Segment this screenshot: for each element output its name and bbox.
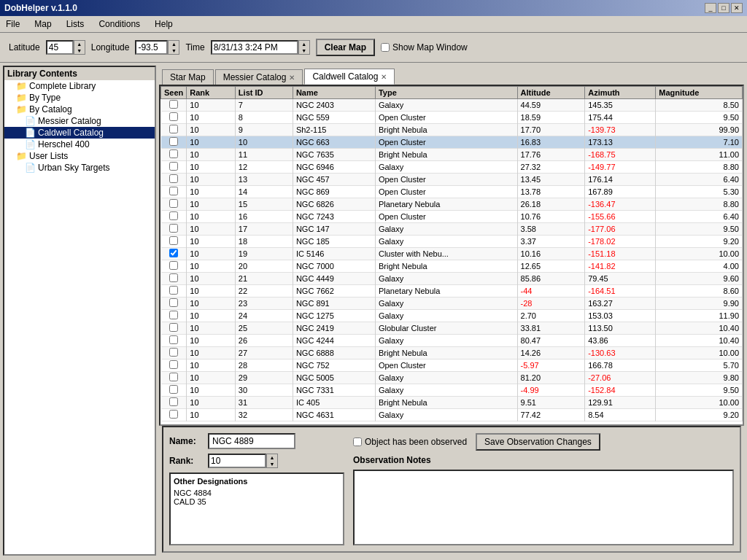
show-map-checkbox[interactable] — [381, 43, 390, 52]
table-row[interactable]: 10 22 NGC 7662 Planetary Nebula -44 -164… — [161, 285, 743, 298]
time-spinner[interactable]: ▲ ▼ — [298, 40, 310, 55]
table-row[interactable]: 10 8 NGC 559 Open Cluster 18.59 175.44 9… — [161, 112, 743, 124]
seen-checkbox[interactable] — [169, 311, 178, 319]
col-azimuth[interactable]: Azimuth — [585, 87, 656, 99]
seen-cell[interactable] — [161, 136, 187, 149]
sidebar-item-by-catalog[interactable]: 📁 By Catalog — [4, 104, 155, 115]
seen-checkbox[interactable] — [169, 385, 178, 394]
seen-checkbox[interactable] — [169, 410, 178, 419]
window-controls[interactable]: _ □ ✕ — [705, 3, 743, 13]
seen-checkbox[interactable] — [169, 199, 178, 208]
table-row[interactable]: 10 10 NGC 663 Open Cluster 16.83 173.13 … — [161, 136, 743, 149]
seen-cell[interactable] — [161, 223, 187, 236]
rank-down[interactable]: ▼ — [267, 461, 277, 467]
seen-cell[interactable] — [161, 273, 187, 285]
seen-checkbox[interactable] — [169, 125, 178, 133]
col-magnitude[interactable]: Magnitude — [656, 87, 743, 99]
seen-cell[interactable] — [161, 347, 187, 359]
seen-checkbox[interactable] — [169, 397, 178, 406]
longitude-up[interactable]: ▲ — [169, 41, 179, 47]
seen-cell[interactable] — [161, 211, 187, 223]
table-row[interactable]: 10 27 NGC 6888 Bright Nebula 14.26 -130.… — [161, 347, 743, 359]
longitude-down[interactable]: ▼ — [169, 47, 179, 54]
sidebar-item-caldwell[interactable]: 📄 Caldwell Catalog — [4, 127, 155, 139]
maximize-button[interactable]: □ — [718, 3, 729, 13]
seen-cell[interactable] — [161, 248, 187, 260]
seen-cell[interactable] — [161, 335, 187, 347]
table-container[interactable]: Seen Rank List ID Name Type Altitude Azi… — [159, 85, 744, 426]
obs-notes-textarea[interactable] — [353, 470, 734, 545]
table-row[interactable]: 10 7 NGC 2403 Galaxy 44.59 145.35 8.50 — [161, 99, 743, 112]
seen-cell[interactable] — [161, 124, 187, 136]
seen-cell[interactable] — [161, 161, 187, 174]
table-row[interactable]: 10 15 NGC 6826 Planetary Nebula 26.18 -1… — [161, 198, 743, 211]
table-row[interactable]: 10 29 NGC 5005 Galaxy 81.20 -27.06 9.80 — [161, 372, 743, 384]
observed-checkbox[interactable] — [353, 438, 362, 446]
col-name[interactable]: Name — [293, 87, 375, 99]
sidebar-item-messier[interactable]: 📄 Messier Catalog — [4, 115, 155, 127]
seen-checkbox[interactable] — [169, 224, 178, 233]
seen-checkbox[interactable] — [169, 112, 178, 121]
longitude-spinner[interactable]: ▲ ▼ — [168, 40, 179, 55]
table-row[interactable]: 10 12 NGC 6946 Galaxy 27.32 -149.77 8.80 — [161, 161, 743, 174]
seen-cell[interactable] — [161, 384, 187, 397]
table-row[interactable]: 10 18 NGC 185 Galaxy 3.37 -178.02 9.20 — [161, 236, 743, 248]
seen-checkbox[interactable] — [169, 348, 178, 357]
table-row[interactable]: 10 24 NGC 1275 Galaxy 2.70 153.03 11.90 — [161, 310, 743, 322]
seen-cell[interactable] — [161, 372, 187, 384]
tab-caldwell-close[interactable]: ✕ — [381, 73, 387, 81]
seen-checkbox[interactable] — [169, 261, 178, 270]
sidebar-item-urban-sky[interactable]: 📄 Urban Sky Targets — [4, 162, 155, 174]
seen-checkbox[interactable] — [169, 373, 178, 381]
show-map-label[interactable]: Show Map Window — [381, 42, 468, 52]
time-input-group[interactable]: ▲ ▼ — [211, 40, 310, 55]
seen-cell[interactable] — [161, 310, 187, 322]
latitude-down[interactable]: ▼ — [74, 47, 85, 54]
table-row[interactable]: 10 17 NGC 147 Galaxy 3.58 -177.06 9.50 — [161, 223, 743, 236]
tab-messier-close[interactable]: ✕ — [289, 74, 295, 82]
seen-checkbox[interactable] — [169, 323, 178, 332]
seen-checkbox[interactable] — [169, 162, 178, 171]
rank-up[interactable]: ▲ — [267, 454, 277, 461]
seen-checkbox[interactable] — [169, 137, 178, 146]
latitude-input-group[interactable]: ▲ ▼ — [46, 40, 85, 55]
seen-cell[interactable] — [161, 198, 187, 211]
seen-checkbox[interactable] — [169, 273, 178, 282]
table-row[interactable]: 10 28 NGC 752 Open Cluster -5.97 166.78 … — [161, 359, 743, 372]
observed-checkbox-label[interactable]: Object has been observed — [353, 437, 467, 447]
table-row[interactable]: 10 16 NGC 7243 Open Cluster 10.76 -155.6… — [161, 211, 743, 223]
table-row[interactable]: 10 13 NGC 457 Open Cluster 13.45 176.14 … — [161, 174, 743, 186]
table-row[interactable]: 10 25 NGC 2419 Globular Cluster 33.81 11… — [161, 322, 743, 335]
seen-cell[interactable] — [161, 186, 187, 198]
latitude-spinner[interactable]: ▲ ▼ — [74, 40, 85, 55]
table-row[interactable]: 10 21 NGC 4449 Galaxy 85.86 79.45 9.60 — [161, 273, 743, 285]
seen-cell[interactable] — [161, 112, 187, 124]
menu-map[interactable]: Map — [31, 18, 54, 31]
col-listid[interactable]: List ID — [235, 87, 293, 99]
menu-lists[interactable]: Lists — [63, 18, 88, 31]
seen-checkbox[interactable] — [169, 187, 178, 195]
table-row[interactable]: 10 11 NGC 7635 Bright Nebula 17.76 -168.… — [161, 149, 743, 161]
seen-cell[interactable] — [161, 409, 187, 421]
table-row[interactable]: 10 26 NGC 4244 Galaxy 80.47 43.86 10.40 — [161, 335, 743, 347]
seen-checkbox[interactable] — [169, 100, 178, 109]
tab-caldwell[interactable]: Caldwell Catalog ✕ — [304, 69, 395, 85]
name-input[interactable] — [208, 433, 295, 449]
menu-conditions[interactable]: Conditions — [96, 18, 143, 31]
minimize-button[interactable]: _ — [705, 3, 716, 13]
close-button[interactable]: ✕ — [731, 3, 743, 13]
seen-cell[interactable] — [161, 298, 187, 310]
tab-messier[interactable]: Messier Catalog ✕ — [215, 69, 303, 85]
sidebar-item-by-type[interactable]: 📁 By Type — [4, 92, 155, 104]
seen-cell[interactable] — [161, 174, 187, 186]
table-row[interactable]: 10 31 IC 405 Bright Nebula 9.51 129.91 1… — [161, 397, 743, 409]
menu-file[interactable]: File — [3, 18, 23, 31]
tab-star-map[interactable]: Star Map — [162, 69, 214, 85]
seen-checkbox[interactable] — [169, 236, 178, 245]
seen-cell[interactable] — [161, 285, 187, 298]
latitude-up[interactable]: ▲ — [74, 41, 85, 47]
table-row[interactable]: 10 9 Sh2-115 Bright Nebula 17.70 -139.73… — [161, 124, 743, 136]
seen-checkbox[interactable] — [169, 286, 178, 295]
save-observation-button[interactable]: Save Observation Changes — [476, 433, 600, 451]
clear-map-button[interactable]: Clear Map — [316, 39, 375, 56]
